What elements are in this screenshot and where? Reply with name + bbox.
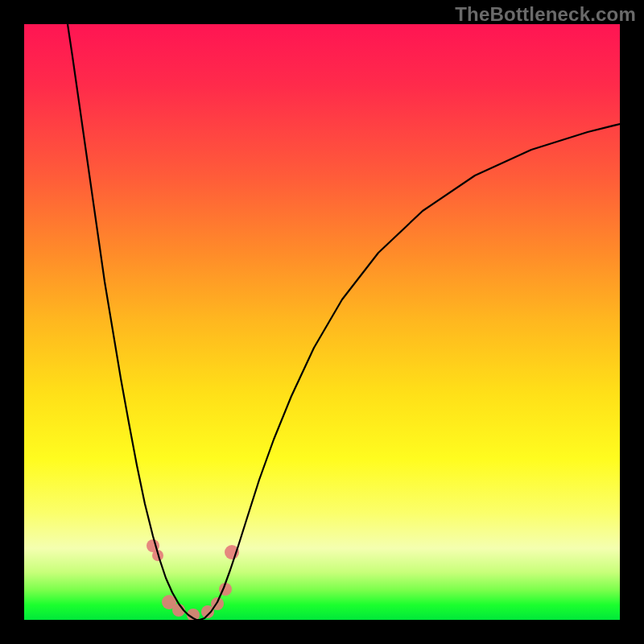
watermark-text: TheBottleneck.com: [455, 3, 636, 26]
v-curve: [68, 24, 620, 620]
pink-dots: [147, 539, 239, 620]
chart-frame: TheBottleneck.com: [0, 0, 644, 644]
plot-area: [24, 24, 620, 620]
chart-svg: [24, 24, 620, 620]
